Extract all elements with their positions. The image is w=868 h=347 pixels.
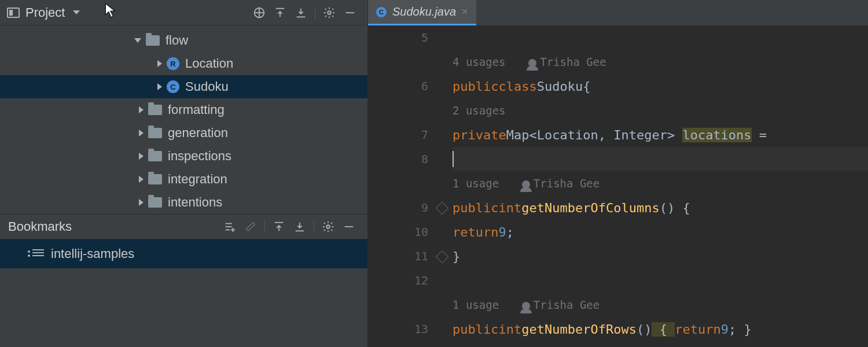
line-number[interactable]: 12 xyxy=(368,268,428,293)
tree-label: inspections xyxy=(168,149,231,164)
code-line-cursor[interactable] xyxy=(453,147,868,171)
chevron-right-icon[interactable] xyxy=(139,176,144,183)
sidebar: Project flow R Location xyxy=(0,0,368,347)
chevron-down-icon[interactable] xyxy=(134,38,141,43)
chevron-right-icon[interactable] xyxy=(139,153,144,160)
close-icon[interactable]: × xyxy=(462,6,468,18)
tab-name: Sudoku.java xyxy=(392,5,456,19)
tree-label: Location xyxy=(185,56,233,71)
code-line[interactable]: private Map<Location, Integer> locations… xyxy=(453,123,868,147)
expand-all-icon[interactable] xyxy=(270,2,290,23)
line-number[interactable]: 11 xyxy=(368,244,428,268)
code-line[interactable]: return 9; xyxy=(453,220,868,244)
line-number[interactable]: 7 xyxy=(368,123,428,147)
author-hint[interactable]: Trisha Gee xyxy=(540,56,606,68)
gear-icon[interactable] xyxy=(319,2,340,23)
chevron-right-icon[interactable] xyxy=(157,83,162,90)
tree-label: integration xyxy=(168,172,227,187)
usages-hint[interactable]: 1 usage xyxy=(453,177,499,190)
tree-item-intentions[interactable]: intentions xyxy=(0,191,367,214)
folder-icon xyxy=(146,35,160,46)
author-hint[interactable]: Trisha Gee xyxy=(534,298,599,311)
code-hint[interactable]: 4 usages Trisha Gee xyxy=(453,50,868,74)
tree-item-formatting[interactable]: formatting xyxy=(0,98,367,121)
tree-label: Sudoku xyxy=(185,79,229,94)
tree-item-integration[interactable]: integration xyxy=(0,168,367,191)
fold-marker-icon[interactable] xyxy=(436,250,449,264)
chevron-right-icon[interactable] xyxy=(139,106,144,113)
svg-point-7 xyxy=(328,11,331,14)
usages-hint[interactable]: 4 usages xyxy=(453,56,506,68)
gear-icon[interactable] xyxy=(318,216,339,237)
tree-item-generation[interactable]: generation xyxy=(0,121,367,145)
code-hint[interactable]: 1 usage Trisha Gee xyxy=(453,293,868,317)
svg-point-18 xyxy=(326,225,330,228)
bookmarks-body: intellij-samples xyxy=(0,239,367,347)
tree-item-sudoku[interactable]: C Sudoku xyxy=(0,75,367,98)
code-line[interactable] xyxy=(453,268,868,293)
folder-icon xyxy=(148,197,162,208)
chevron-right-icon[interactable] xyxy=(139,199,144,206)
expand-all-icon[interactable] xyxy=(269,216,289,237)
chevron-right-icon[interactable] xyxy=(139,130,144,136)
tree-label: intentions xyxy=(168,195,222,210)
collapse-all-icon[interactable] xyxy=(290,2,311,23)
fold-column[interactable] xyxy=(436,25,453,347)
gutter[interactable]: 5 6 7 8 9 10 11 12 13 xyxy=(368,25,436,347)
chevron-right-icon[interactable] xyxy=(157,60,162,67)
code-line[interactable]: } xyxy=(453,244,868,268)
separator xyxy=(264,220,265,233)
edit-icon[interactable] xyxy=(240,216,261,237)
project-tool-header: Project xyxy=(0,0,367,25)
code-line[interactable]: public int getNumberOfColumns() { xyxy=(453,195,868,220)
code-line[interactable]: public class Sudoku { xyxy=(453,74,868,98)
folder-icon xyxy=(148,105,162,115)
author-hint[interactable]: Trisha Gee xyxy=(534,177,599,190)
tree-label: generation xyxy=(168,125,228,141)
code-line[interactable] xyxy=(453,25,868,50)
minimize-icon[interactable] xyxy=(339,216,359,237)
tree-label: flow xyxy=(165,33,188,48)
line-number xyxy=(368,293,428,317)
bookmark-label: intellij-samples xyxy=(51,246,134,261)
line-number[interactable]: 8 xyxy=(368,147,428,171)
usages-hint[interactable]: 1 usage xyxy=(453,298,499,311)
line-number[interactable]: 6 xyxy=(368,74,428,98)
person-icon xyxy=(522,302,530,310)
tree-item-flow[interactable]: flow xyxy=(0,29,367,52)
minimize-icon[interactable] xyxy=(340,2,361,23)
line-number[interactable]: 5 xyxy=(368,25,428,50)
tree-item-inspections[interactable]: inspections xyxy=(0,145,367,168)
collapse-all-icon[interactable] xyxy=(289,216,310,237)
code-line[interactable]: public int getNumberOfRows() { return 9;… xyxy=(453,317,868,341)
highlighted-field[interactable]: locations xyxy=(682,128,751,142)
add-bookmark-icon[interactable] xyxy=(219,216,240,237)
code-hint[interactable]: 1 usage Trisha Gee xyxy=(453,171,868,195)
folder-icon xyxy=(148,174,162,184)
class-icon: C xyxy=(376,7,387,17)
select-open-file-icon[interactable] xyxy=(249,2,270,23)
bookmarks-title: Bookmarks xyxy=(8,219,72,234)
line-number xyxy=(368,98,428,123)
editor-tabbar: C Sudoku.java × xyxy=(368,0,868,25)
person-icon xyxy=(528,59,536,67)
line-number xyxy=(368,50,428,74)
class-icon: C xyxy=(167,80,179,93)
record-icon: R xyxy=(167,57,179,70)
project-tree[interactable]: flow R Location C Sudoku formatting gene… xyxy=(0,25,367,214)
line-number[interactable]: 10 xyxy=(368,220,428,244)
separator xyxy=(314,220,314,233)
tree-item-location[interactable]: R Location xyxy=(0,52,367,75)
list-icon xyxy=(32,249,44,259)
line-number[interactable]: 9 xyxy=(368,195,428,220)
editor-body[interactable]: 5 6 7 8 9 10 11 12 13 4 usages Trisha Ge… xyxy=(368,25,868,347)
caret xyxy=(453,151,454,167)
line-number[interactable]: 13 xyxy=(368,317,428,341)
bookmark-item[interactable]: intellij-samples xyxy=(0,239,367,268)
code-area[interactable]: 4 usages Trisha Gee public class Sudoku … xyxy=(453,25,868,347)
code-hint[interactable]: 2 usages xyxy=(453,98,868,123)
editor-tab-sudoku[interactable]: C Sudoku.java × xyxy=(368,0,476,25)
chevron-down-icon[interactable] xyxy=(73,10,80,14)
fold-marker-icon[interactable] xyxy=(436,202,449,215)
usages-hint[interactable]: 2 usages xyxy=(453,104,506,117)
